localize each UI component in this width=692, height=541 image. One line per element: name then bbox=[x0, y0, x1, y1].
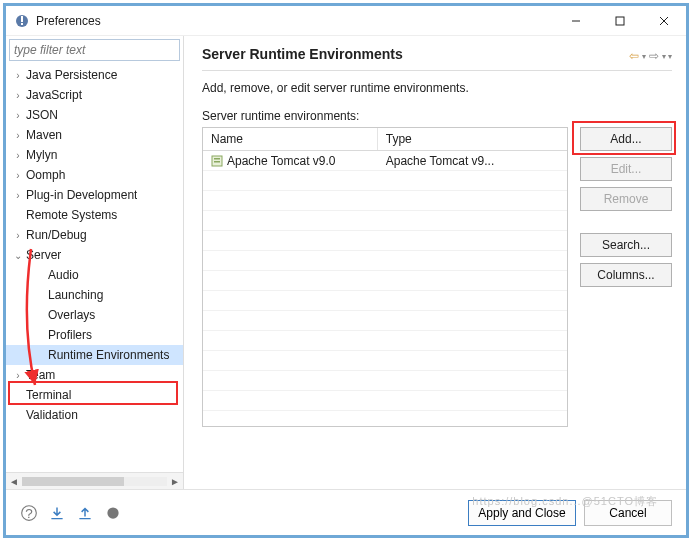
help-icon[interactable]: ? bbox=[20, 504, 38, 522]
columns-button[interactable]: Columns... bbox=[580, 263, 672, 287]
tree-item[interactable]: ›Maven bbox=[6, 125, 183, 145]
chevron-right-icon bbox=[34, 269, 46, 281]
svg-point-12 bbox=[107, 507, 118, 518]
tree-item-label: Run/Debug bbox=[26, 228, 87, 242]
tree-item-label: Runtime Environments bbox=[48, 348, 169, 362]
tree-item[interactable]: ›JavaScript bbox=[6, 85, 183, 105]
scroll-left-icon[interactable]: ◄ bbox=[6, 476, 22, 487]
export-icon[interactable] bbox=[76, 504, 94, 522]
svg-text:?: ? bbox=[25, 505, 33, 520]
tree-item-label: Audio bbox=[48, 268, 79, 282]
column-type[interactable]: Type bbox=[378, 128, 567, 150]
chevron-right-icon[interactable]: › bbox=[12, 229, 24, 241]
table-label: Server runtime environments: bbox=[202, 109, 672, 123]
back-menu-icon[interactable]: ▾ bbox=[642, 52, 646, 61]
tree-item[interactable]: Overlays bbox=[6, 305, 183, 325]
page-title: Server Runtime Environments bbox=[202, 42, 628, 70]
svg-rect-8 bbox=[214, 158, 220, 160]
chevron-right-icon[interactable]: › bbox=[12, 169, 24, 181]
tree-item[interactable]: Runtime Environments bbox=[6, 345, 183, 365]
footer: ? Apply and Close Cancel bbox=[6, 489, 686, 535]
chevron-right-icon bbox=[34, 329, 46, 341]
preferences-tree[interactable]: ›Java Persistence›JavaScript›JSON›Maven›… bbox=[6, 63, 183, 425]
filter-input[interactable] bbox=[9, 39, 180, 61]
runtime-table[interactable]: Name Type Apache Tomcat v9.0Apache Tomca… bbox=[202, 127, 568, 427]
import-icon[interactable] bbox=[48, 504, 66, 522]
record-icon[interactable] bbox=[104, 504, 122, 522]
remove-button[interactable]: Remove bbox=[580, 187, 672, 211]
chevron-right-icon bbox=[34, 349, 46, 361]
tree-item[interactable]: Remote Systems bbox=[6, 205, 183, 225]
window-title: Preferences bbox=[36, 14, 554, 28]
close-button[interactable] bbox=[642, 6, 686, 36]
tree-item-label: Oomph bbox=[26, 168, 65, 182]
chevron-right-icon bbox=[34, 309, 46, 321]
tree-item-label: Profilers bbox=[48, 328, 92, 342]
forward-menu-icon[interactable]: ▾ bbox=[662, 52, 666, 61]
table-row[interactable]: Apache Tomcat v9.0Apache Tomcat v9... bbox=[203, 151, 567, 171]
server-icon bbox=[211, 155, 223, 167]
svg-rect-1 bbox=[21, 16, 23, 22]
tree-item-label: JavaScript bbox=[26, 88, 82, 102]
tree-item-label: Remote Systems bbox=[26, 208, 117, 222]
edit-button[interactable]: Edit... bbox=[580, 157, 672, 181]
tree-item-label: Launching bbox=[48, 288, 103, 302]
minimize-button[interactable] bbox=[554, 6, 598, 36]
tree-item[interactable]: Validation bbox=[6, 405, 183, 425]
tree-item[interactable]: ›Team bbox=[6, 365, 183, 385]
chevron-right-icon bbox=[12, 209, 24, 221]
tree-item[interactable]: Profilers bbox=[6, 325, 183, 345]
tree-item-label: JSON bbox=[26, 108, 58, 122]
tree-item[interactable]: ›Run/Debug bbox=[6, 225, 183, 245]
chevron-right-icon[interactable]: › bbox=[12, 109, 24, 121]
add-button[interactable]: Add... bbox=[580, 127, 672, 151]
tree-item-label: Team bbox=[26, 368, 55, 382]
tree-item-label: Server bbox=[26, 248, 61, 262]
tree-item-label: Java Persistence bbox=[26, 68, 117, 82]
horizontal-scrollbar[interactable]: ◄ ► bbox=[6, 472, 183, 489]
tree-item-label: Validation bbox=[26, 408, 78, 422]
chevron-down-icon[interactable]: ⌄ bbox=[12, 249, 24, 261]
tree-item[interactable]: ›Oomph bbox=[6, 165, 183, 185]
tree-item[interactable]: ›Plug-in Development bbox=[6, 185, 183, 205]
apply-and-close-button[interactable]: Apply and Close bbox=[468, 500, 576, 526]
chevron-right-icon[interactable]: › bbox=[12, 69, 24, 81]
svg-rect-4 bbox=[616, 17, 624, 25]
chevron-right-icon[interactable]: › bbox=[12, 149, 24, 161]
description: Add, remove, or edit server runtime envi… bbox=[202, 81, 672, 95]
sidebar: ›Java Persistence›JavaScript›JSON›Maven›… bbox=[6, 36, 184, 489]
tree-item[interactable]: ⌄Server bbox=[6, 245, 183, 265]
chevron-right-icon[interactable]: › bbox=[12, 89, 24, 101]
tree-item-label: Maven bbox=[26, 128, 62, 142]
chevron-right-icon bbox=[12, 409, 24, 421]
app-icon bbox=[14, 13, 30, 29]
chevron-right-icon[interactable]: › bbox=[12, 129, 24, 141]
tree-item[interactable]: ›JSON bbox=[6, 105, 183, 125]
svg-rect-9 bbox=[214, 161, 220, 163]
tree-item[interactable]: Audio bbox=[6, 265, 183, 285]
tree-item-label: Plug-in Development bbox=[26, 188, 137, 202]
scroll-right-icon[interactable]: ► bbox=[167, 476, 183, 487]
titlebar: Preferences bbox=[6, 6, 686, 36]
tree-item[interactable]: Terminal bbox=[6, 385, 183, 405]
chevron-right-icon[interactable]: › bbox=[12, 189, 24, 201]
nav-history: ⇦▾ ⇨▾ ▾ bbox=[628, 49, 672, 63]
tree-item-label: Mylyn bbox=[26, 148, 57, 162]
cancel-button[interactable]: Cancel bbox=[584, 500, 672, 526]
search-button[interactable]: Search... bbox=[580, 233, 672, 257]
main-panel: Server Runtime Environments ⇦▾ ⇨▾ ▾ Add,… bbox=[184, 36, 686, 489]
tree-item[interactable]: Launching bbox=[6, 285, 183, 305]
chevron-right-icon[interactable]: › bbox=[12, 369, 24, 381]
tree-item[interactable]: ›Java Persistence bbox=[6, 65, 183, 85]
maximize-button[interactable] bbox=[598, 6, 642, 36]
view-menu-icon[interactable]: ▾ bbox=[668, 52, 672, 61]
chevron-right-icon bbox=[34, 289, 46, 301]
back-icon[interactable]: ⇦ bbox=[628, 49, 640, 63]
tree-item[interactable]: ›Mylyn bbox=[6, 145, 183, 165]
svg-rect-2 bbox=[21, 23, 23, 25]
tree-item-label: Overlays bbox=[48, 308, 95, 322]
chevron-right-icon bbox=[12, 389, 24, 401]
column-name[interactable]: Name bbox=[203, 128, 378, 150]
tree-item-label: Terminal bbox=[26, 388, 71, 402]
forward-icon[interactable]: ⇨ bbox=[648, 49, 660, 63]
